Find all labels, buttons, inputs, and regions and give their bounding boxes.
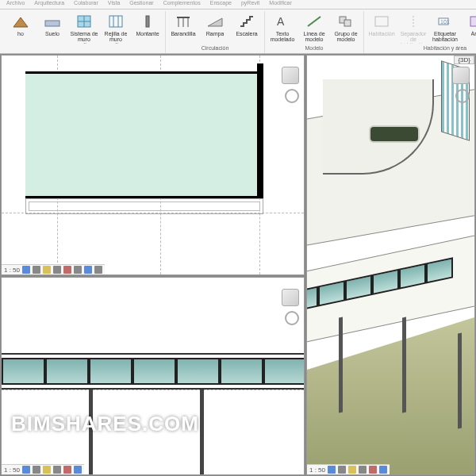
linea-modelo-button[interactable]: Línea de modelo [298, 11, 330, 44]
svg-rect-8 [146, 16, 149, 27]
suelo-button[interactable]: Suelo [36, 11, 68, 44]
montante-button[interactable]: Montante [132, 11, 163, 44]
svg-rect-22 [470, 17, 476, 26]
svg-line-15 [308, 17, 321, 26]
detail-level-icon[interactable] [22, 266, 30, 274]
menubar: Archivo Arquitectura Colaborar Vista Ges… [0, 0, 476, 10]
reveal-hidden-icon[interactable] [94, 266, 102, 274]
menu-item[interactable]: Colaborar [74, 0, 98, 9]
svg-marker-0 [13, 17, 28, 27]
mullion-icon [139, 12, 156, 31]
ribbon-group-circulation: Barandilla Rampa Escalera Circulación [166, 11, 265, 53]
viewcube[interactable] [282, 289, 299, 306]
temp-hide-icon[interactable] [379, 466, 387, 474]
view-scale[interactable]: 1 : 50 [309, 466, 325, 474]
ribbon-group-label: Modelo [305, 44, 324, 52]
separador-habitacion-button: Separador de habitación [397, 11, 429, 44]
menu-item[interactable]: Archivo [6, 0, 25, 9]
view-scale[interactable]: 1 : 50 [4, 466, 20, 474]
plan-window-strip [25, 198, 263, 214]
svg-rect-5 [109, 16, 122, 27]
iso-roof-planter [370, 127, 418, 141]
rampa-button[interactable]: Rampa [199, 11, 231, 44]
techo-button[interactable]: ho [5, 11, 36, 44]
sun-path-icon[interactable] [43, 266, 51, 274]
iso-column [339, 317, 343, 413]
area-button[interactable]: Área [461, 11, 476, 44]
escalera-button[interactable]: Escalera [231, 11, 263, 44]
crop-region-icon[interactable] [74, 266, 82, 274]
ramp-icon [206, 12, 224, 31]
watermark: BIMSHARES.COM [11, 412, 199, 436]
detail-level-icon[interactable] [328, 466, 336, 474]
crop-view-icon[interactable] [63, 466, 71, 474]
model-text-icon: A [274, 12, 291, 31]
sun-path-icon[interactable] [348, 466, 356, 474]
steering-wheel-icon[interactable] [285, 311, 299, 325]
workspace: 1 : 50 [0, 54, 476, 476]
view-title[interactable]: {3D} [454, 56, 474, 64]
menu-item[interactable]: Arquitectura [34, 0, 64, 9]
menu-item[interactable]: Complementos [163, 0, 201, 9]
viewport-3d[interactable]: {3D} 1 : 50 [306, 55, 475, 475]
viewport-elevation[interactable]: 1 : 50 [1, 277, 305, 475]
svg-marker-13 [208, 18, 222, 26]
visual-style-icon[interactable] [338, 466, 346, 474]
model-group-icon [337, 12, 355, 31]
crop-view-icon[interactable] [369, 466, 377, 474]
iso-column [458, 333, 462, 429]
detail-level-icon[interactable] [22, 466, 30, 474]
menu-item[interactable]: pyRevit [241, 0, 259, 9]
texto-modelado-button[interactable]: A Texto modelado [267, 11, 298, 44]
elevation-column [200, 390, 204, 475]
view-scale[interactable]: 1 : 50 [4, 267, 20, 274]
ribbon: ho Suelo Sistema de muro cortina Rejilla… [0, 10, 476, 54]
room-icon [373, 12, 390, 31]
svg-rect-18 [375, 17, 388, 26]
ribbon-group-label: Circulación [202, 44, 229, 52]
ribbon-group-build: ho Suelo Sistema de muro cortina Rejilla… [3, 11, 166, 53]
ribbon-group-label: Habitación y área [424, 44, 466, 52]
room-separator-icon [405, 12, 422, 31]
curtain-grid-icon [107, 12, 125, 31]
steering-wheel-icon[interactable] [285, 89, 299, 103]
view-control-bar: 1 : 50 [2, 464, 84, 474]
ribbon-group-model: A Texto modelado Línea de modelo Grupo d… [265, 11, 364, 53]
elevation-window-row [2, 358, 305, 385]
iso-column [402, 317, 406, 413]
svg-text:A: A [277, 15, 285, 28]
rejilla-muro-cortina-button[interactable]: Rejilla de muro cortina [100, 11, 132, 44]
visual-style-icon[interactable] [33, 466, 40, 474]
stair-icon [238, 12, 255, 31]
sun-path-icon[interactable] [43, 466, 51, 474]
menu-item[interactable]: Vista [108, 0, 120, 9]
shadows-icon[interactable] [359, 466, 367, 474]
sistema-muro-cortina-button[interactable]: Sistema de muro cortina [68, 11, 100, 44]
view-control-bar: 1 : 50 [2, 264, 105, 274]
menu-item[interactable]: Gestionar [129, 0, 153, 9]
plan-column [257, 63, 263, 197]
model-line-icon [305, 12, 323, 31]
visual-style-icon[interactable] [33, 266, 40, 274]
temp-hide-icon[interactable] [74, 466, 82, 474]
viewcube[interactable] [452, 67, 470, 84]
plan-room-fill [25, 71, 263, 198]
curtain-system-icon [75, 12, 93, 31]
temp-hide-icon[interactable] [84, 266, 92, 274]
viewport-plan[interactable]: 1 : 50 [1, 55, 305, 275]
svg-rect-1 [45, 21, 60, 26]
steering-wheel-icon[interactable] [455, 89, 470, 103]
barandilla-button[interactable]: Barandilla [167, 11, 199, 44]
tag-room-icon: 101 [436, 12, 454, 31]
crop-view-icon[interactable] [63, 266, 71, 274]
grupo-modelo-button[interactable]: Grupo de modelo [330, 11, 362, 44]
menu-item[interactable]: Modificar [269, 0, 291, 9]
menu-item[interactable]: Enscape [210, 0, 232, 9]
ribbon-group-room-area: Habitación Separador de habitación 101 E… [364, 11, 476, 53]
shadows-icon[interactable] [53, 466, 61, 474]
view-control-bar: 1 : 50 [307, 464, 390, 474]
railing-icon [175, 12, 192, 31]
viewcube[interactable] [282, 67, 299, 84]
etiquetar-habitacion-button[interactable]: 101 Etiquetar habitación [429, 11, 461, 44]
shadows-icon[interactable] [53, 266, 61, 274]
